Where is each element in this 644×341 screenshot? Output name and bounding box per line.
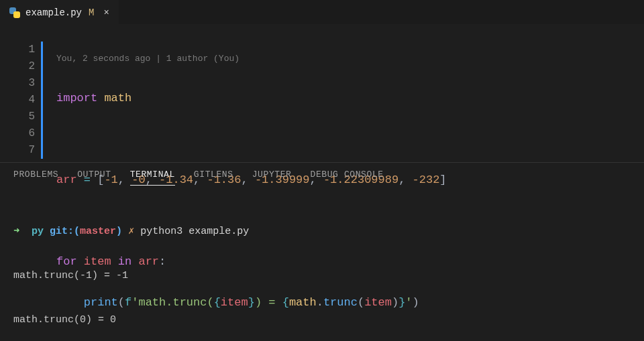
code-line: import math [56,90,447,107]
prompt-arrow-icon: ➜ [13,226,19,237]
modified-indicator: M [89,7,94,18]
line-number: 6 [0,125,35,142]
prompt-path: py [32,226,44,237]
prompt-dirty-icon: ✗ [128,226,134,237]
prompt-branch: master [80,226,116,237]
terminal-output-line: math.trunc(-1) = -1 [13,269,631,283]
line-number: 7 [0,142,35,159]
line-number-gutter: 1 2 3 4 5 6 7 [0,28,44,158]
terminal-line: ➜ py git:(master) ✗ python3 example.py [13,224,631,239]
terminal-command: python3 example.py [140,226,249,237]
tab-problems[interactable]: PROBLEMS [13,169,58,186]
code-editor[interactable]: 1 2 3 4 5 6 7 You, 2 seconds ago | 1 aut… [0,24,644,162]
prompt-git-close: ) [116,226,122,237]
git-change-bar [41,42,43,159]
code-area[interactable]: You, 2 seconds ago | 1 author (You) impo… [44,28,447,158]
code-line [56,131,447,147]
close-icon[interactable]: × [103,7,109,18]
terminal-output-line: math.trunc(0) = 0 [13,313,631,328]
python-icon [9,7,20,18]
bottom-panel: PROBLEMS OUTPUT TERMINAL GITLENS JUPYTER… [0,162,644,341]
file-tab[interactable]: example.py M × [0,0,119,24]
line-number: 3 [0,75,35,92]
tab-jupyter[interactable]: JUPYTER [252,169,292,186]
terminal-view[interactable]: ➜ py git:(master) ✗ python3 example.py m… [0,186,644,341]
prompt-git-label: git:( [50,226,80,237]
tab-filename: example.py [25,7,82,18]
line-number: 2 [0,58,35,75]
tab-debug-console[interactable]: DEBUG CONSOLE [310,169,383,186]
tab-gitlens[interactable]: GITLENS [194,169,233,186]
tab-bar: example.py M × [0,0,644,24]
git-blame-annotation: You, 2 seconds ago | 1 author (You) [56,52,447,66]
tab-terminal[interactable]: TERMINAL [130,169,175,186]
line-number: 1 [0,42,35,58]
tab-output[interactable]: OUTPUT [77,169,111,186]
panel-tab-bar: PROBLEMS OUTPUT TERMINAL GITLENS JUPYTER… [0,163,644,186]
line-number: 4 [0,92,35,109]
line-number: 5 [0,109,35,125]
